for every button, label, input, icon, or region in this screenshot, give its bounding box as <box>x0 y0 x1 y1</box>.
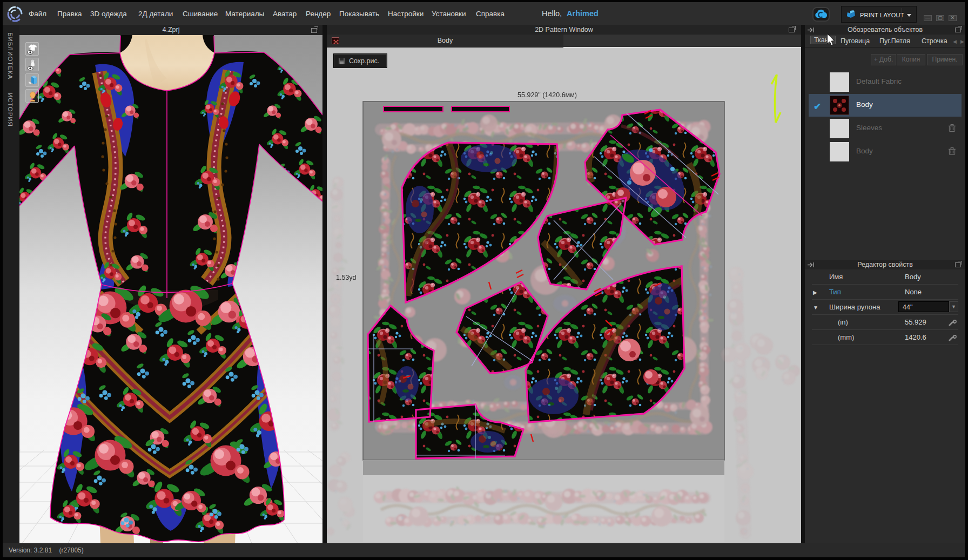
svg-text:55.929" (1420.6мм): 55.929" (1420.6мм) <box>517 91 577 99</box>
svg-text:1.53yd: 1.53yd <box>336 274 357 281</box>
